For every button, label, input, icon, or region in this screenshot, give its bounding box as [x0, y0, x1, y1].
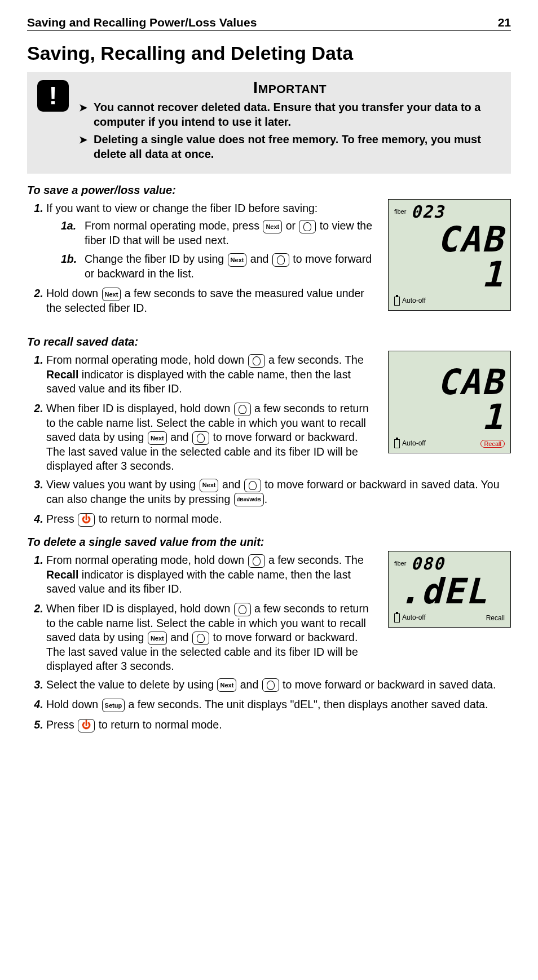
- step: View values you want by using Next and t…: [46, 478, 511, 507]
- lcd-display-recall: CAB 1 Auto-off Recall: [388, 351, 511, 453]
- lamp-key-icon: [248, 554, 265, 568]
- next-key-icon: Next: [148, 632, 167, 645]
- exclamation-icon: !: [37, 80, 69, 112]
- page-number: 21: [498, 16, 511, 29]
- callout-item: You cannot recover deleted data. Ensure …: [79, 100, 501, 129]
- header-title: Saving and Recalling Power/Loss Values: [27, 16, 257, 29]
- step: When fiber ID is displayed, hold down a …: [46, 401, 377, 473]
- lamp-key-icon: [234, 603, 251, 616]
- step: Hold down Next a few seconds to save the…: [46, 286, 377, 315]
- next-key-icon: Next: [228, 253, 247, 267]
- battery-icon: [394, 613, 400, 623]
- lamp-key-icon: [234, 403, 251, 416]
- lamp-key-icon: [244, 479, 261, 492]
- battery-icon: [394, 439, 400, 448]
- important-callout: ! Important You cannot recover deleted d…: [27, 72, 511, 174]
- step: Select the value to delete by using Next…: [46, 678, 511, 692]
- lcd-recall-indicator: Recall: [486, 614, 505, 622]
- lcd-main-value: .dEL: [394, 572, 505, 611]
- step: From normal operating mode, hold down a …: [46, 553, 377, 596]
- procedure-heading-recall: To recall saved data:: [27, 336, 511, 348]
- step: Press ⏻ to return to normal mode.: [46, 512, 511, 527]
- lamp-key-icon: [299, 220, 316, 233]
- step: Hold down Setup a few seconds. The unit …: [46, 698, 511, 712]
- step: Press ⏻ to return to normal mode.: [46, 718, 511, 732]
- lcd-main-value: CAB 1: [394, 220, 505, 294]
- callout-heading: Important: [79, 78, 501, 97]
- procedure-heading-save: To save a power/loss value:: [27, 184, 511, 197]
- dbm-key-icon: dBm/WdB: [234, 493, 264, 506]
- next-key-icon: Next: [148, 431, 167, 445]
- step: From normal operating mode, hold down a …: [46, 353, 377, 396]
- section-title: Saving, Recalling and Deleting Data: [27, 42, 511, 64]
- next-key-icon: Next: [102, 288, 121, 301]
- lcd-fiber-label: fiber: [394, 560, 406, 567]
- power-key-icon: ⏻: [78, 719, 95, 732]
- lamp-key-icon: [192, 632, 209, 645]
- lamp-key-icon: [272, 253, 289, 267]
- callout-item: Deleting a single value does not free me…: [79, 133, 501, 161]
- step: If you want to view or change the fiber …: [46, 201, 377, 281]
- lcd-auto-off: Auto-off: [402, 440, 426, 448]
- battery-icon: [394, 297, 400, 306]
- lamp-key-icon: [248, 354, 265, 368]
- lcd-main-value: CAB 1: [394, 363, 505, 437]
- substep-label: 1a.: [61, 219, 79, 248]
- lcd-auto-off: Auto-off: [402, 613, 426, 621]
- step: When fiber ID is displayed, hold down a …: [46, 602, 377, 673]
- lcd-fiber-label: fiber: [394, 208, 406, 215]
- lcd-auto-off: Auto-off: [402, 297, 426, 305]
- substep-text: Change the fiber ID by using Next and to…: [85, 252, 377, 281]
- power-key-icon: ⏻: [78, 513, 95, 527]
- setup-key-icon: Setup: [102, 699, 125, 712]
- lcd-display-delete: fiber 080 .dEL Auto-off Recall: [388, 551, 511, 628]
- next-key-icon: Next: [263, 220, 282, 233]
- next-key-icon: Next: [217, 678, 236, 692]
- substep-label: 1b.: [61, 252, 79, 281]
- running-header: Saving and Recalling Power/Loss Values 2…: [27, 16, 511, 31]
- substep-text: From normal operating mode, press Next o…: [85, 219, 377, 248]
- lamp-key-icon: [192, 431, 209, 445]
- lcd-recall-indicator: Recall: [480, 440, 505, 448]
- lcd-display-save: fiber 023 CAB 1 Auto-off: [388, 199, 511, 311]
- procedure-heading-delete: To delete a single saved value from the …: [27, 536, 511, 549]
- lamp-key-icon: [262, 678, 279, 692]
- next-key-icon: Next: [200, 479, 219, 492]
